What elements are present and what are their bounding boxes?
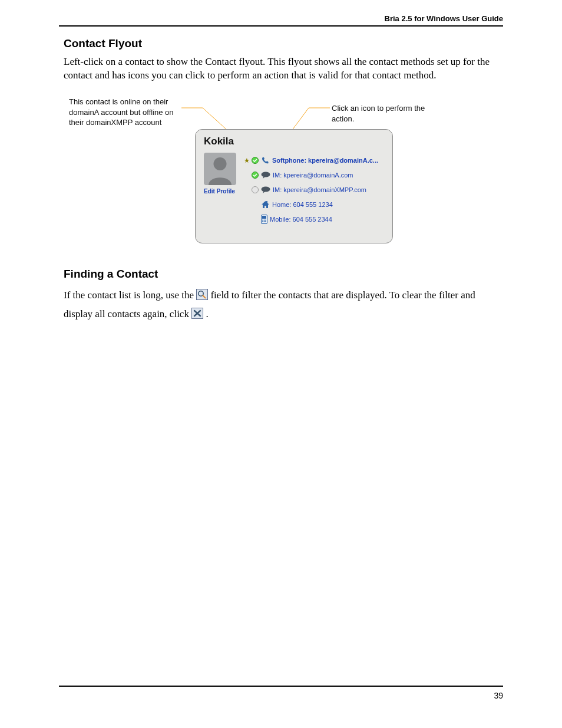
contact-method-im-xmpp[interactable]: ★ IM: kpereira@domainXMPP.com [244,184,386,196]
contact-method-label: Mobile: 604 555 2344 [270,216,386,223]
section1-heading: Contact Flyout [64,37,142,50]
contact-method-home[interactable]: ★ Home: 604 555 1234 [244,199,386,210]
contact-method-label: IM: kpereira@domainA.com [273,172,386,179]
close-icon [191,308,203,319]
phone-icon [261,156,270,165]
svg-point-19 [199,291,203,296]
callout-right: Click an icon to perform the action. [332,103,449,124]
contact-method-label: IM: kpereira@domainXMPP.com [273,186,386,193]
section2-body-post: . [206,308,208,319]
section2-body: If the contact list is long, use the fie… [64,286,500,324]
contact-method-softphone[interactable]: ★ Softphone: kpereira@domainA.c... [244,154,386,166]
svg-point-16 [262,221,263,222]
section1-body: Left-click on a contact to show the Cont… [64,55,500,83]
svg-point-9 [262,186,270,192]
svg-rect-10 [266,201,267,203]
mobile-icon [261,215,267,224]
doc-header-title: Bria 2.5 for Windows User Guide [385,14,503,23]
svg-point-4 [214,157,227,170]
chat-bubble-icon [261,186,270,193]
search-icon [196,289,208,300]
contact-method-im-a[interactable]: ★ IM: kpereira@domainA.com [244,169,386,181]
presence-online-icon [252,157,259,164]
section2-body-pre: If the contact list is long, use the [64,289,196,301]
svg-point-8 [252,187,259,193]
svg-point-14 [264,220,265,221]
avatar [204,153,236,185]
presence-offline-icon [252,186,259,193]
svg-point-15 [265,220,266,221]
contact-method-label: Softphone: kpereira@domainA.c... [272,157,386,164]
presence-online-icon [252,172,259,179]
svg-point-7 [262,172,270,177]
svg-point-13 [262,220,263,221]
footer-rule [59,686,503,687]
page-number: 39 [494,691,503,700]
svg-line-20 [203,295,206,298]
contact-method-mobile[interactable]: ★ Mobile: 604 555 2344 [244,213,386,225]
section2-heading: Finding a Contact [64,268,158,281]
callout-left: This contact is online on their domainA … [69,97,178,128]
svg-rect-12 [262,216,266,219]
chat-bubble-icon [261,172,270,179]
contact-name: Kokila [204,136,234,147]
svg-point-17 [264,221,265,222]
header-rule [59,25,503,27]
star-icon: ★ [244,157,250,164]
edit-profile-link[interactable]: Edit Profile [204,188,245,195]
contact-method-label: Home: 604 555 1234 [272,201,386,208]
svg-point-18 [265,221,266,222]
contact-flyout: Kokila Edit Profile ★ Softphone: kpereir… [195,129,393,243]
home-icon [261,200,270,209]
